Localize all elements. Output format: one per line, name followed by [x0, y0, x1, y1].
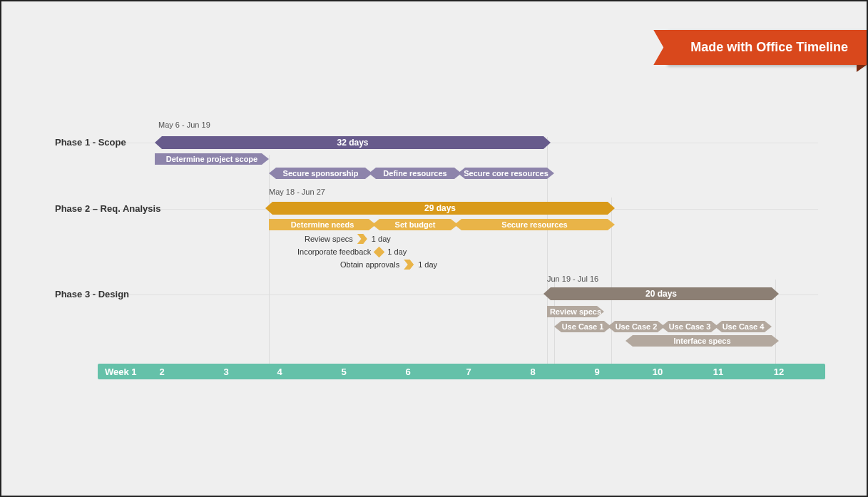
- axis-tick: 3: [223, 367, 228, 377]
- p1-task-secure-core: Secure core resources: [458, 168, 554, 179]
- p1-task-define: Define resources: [369, 168, 461, 179]
- axis-tick: 11: [713, 367, 723, 377]
- p2-milestone-review: Review specs 1 day: [305, 233, 391, 245]
- p2-milestone-approvals: Obtain approvals 1 day: [340, 259, 437, 270]
- milestone-label: Obtain approvals: [340, 260, 399, 269]
- axis-tick: 2: [159, 367, 164, 377]
- milestone-label: Review specs: [305, 235, 353, 243]
- phase1-summary-bar: 32 days: [155, 136, 551, 149]
- p3-task-interface: Interface specs: [626, 335, 779, 347]
- milestone-duration: 1 day: [418, 260, 437, 269]
- axis-tick: 5: [341, 367, 346, 377]
- axis-tick: 10: [653, 367, 663, 377]
- phase1-daterange: May 6 - Jun 19: [158, 121, 210, 129]
- p3-usecase1: Use Case 1: [554, 321, 611, 332]
- milestone-label: Incorporate feedback: [297, 247, 371, 256]
- chevron-icon: [404, 260, 414, 270]
- p3-usecase2: Use Case 2: [608, 321, 665, 332]
- p2-task-budget: Set budget: [372, 219, 458, 230]
- p3-usecase3: Use Case 3: [661, 321, 718, 332]
- p1-task-scope: Determine project scope: [155, 153, 269, 165]
- week-axis: Week 1 2 3 4 5 6 7 8 9 10 11 12: [98, 364, 825, 379]
- axis-tick: 12: [774, 367, 784, 377]
- chevron-icon: [357, 234, 367, 244]
- phase1-label: Phase 1 - Scope: [55, 137, 162, 148]
- p2-task-resources: Secure resources: [454, 219, 615, 230]
- made-with-banner: Made with Office Timeline: [668, 30, 867, 65]
- phase3-label: Phase 3 - Design: [55, 289, 162, 299]
- milestone-duration: 1 day: [372, 235, 391, 243]
- p2-task-needs: Determine needs: [269, 219, 376, 230]
- guide-line: [269, 155, 270, 364]
- axis-tick: 7: [466, 367, 471, 377]
- axis-tick: Week 1: [105, 367, 137, 377]
- p2-milestone-feedback: Incorporate feedback 1 day: [297, 246, 407, 257]
- phase3-daterange: Jun 19 - Jul 16: [547, 275, 598, 283]
- phase2-daterange: May 18 - Jun 27: [269, 188, 325, 196]
- phase2-summary-bar: 29 days: [265, 202, 615, 215]
- gantt-chart: Phase 1 - Scope May 6 - Jun 19 32 days D…: [55, 119, 825, 379]
- phase2-label: Phase 2 – Req. Analysis: [55, 203, 162, 214]
- axis-tick: 6: [405, 367, 410, 377]
- axis-tick: 8: [530, 367, 535, 377]
- p3-usecase4: Use Case 4: [715, 321, 772, 332]
- phase3-summary-bar: 20 days: [543, 287, 779, 300]
- axis-tick: 9: [594, 367, 599, 377]
- p3-task-review: Review specs: [547, 306, 604, 317]
- p1-task-sponsorship: Secure sponsorship: [269, 168, 372, 179]
- diamond-icon: [374, 246, 385, 257]
- milestone-duration: 1 day: [387, 247, 407, 256]
- axis-tick: 4: [277, 367, 282, 377]
